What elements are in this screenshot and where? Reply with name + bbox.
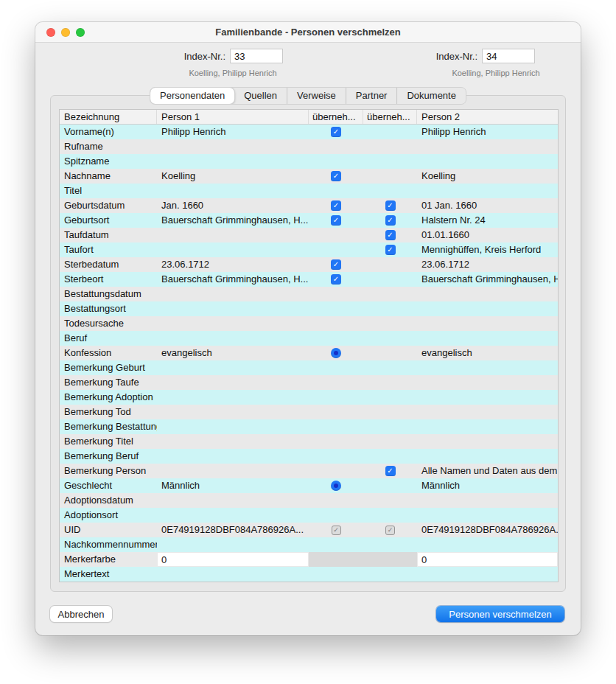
person2-value — [417, 419, 558, 434]
person1-value — [157, 287, 309, 301]
minimize-button[interactable] — [61, 28, 70, 37]
person1-value — [157, 316, 309, 331]
check-icon: ✓ — [333, 172, 339, 180]
row-label: Bemerkung Titel — [60, 434, 157, 449]
close-button[interactable] — [46, 28, 55, 37]
table-row: SterbeortBauerschaft Grimminghausen, H..… — [60, 272, 558, 287]
take-checkbox-checked[interactable]: ✓ — [331, 274, 341, 285]
take1-cell — [309, 154, 363, 169]
person2-value: Männlich — [417, 478, 558, 493]
table-row: Rufname — [60, 139, 558, 154]
zoom-button[interactable] — [76, 28, 85, 37]
person1-value — [157, 405, 309, 419]
take2-cell — [363, 375, 417, 390]
person2-value — [417, 184, 558, 198]
take1-cell — [309, 405, 363, 419]
person2-value — [417, 508, 558, 523]
take-checkbox-checked[interactable]: ✓ — [331, 259, 341, 270]
take-checkbox-checked[interactable]: ✓ — [385, 230, 396, 240]
take2-cell — [363, 537, 417, 552]
take1-cell — [309, 287, 363, 301]
take-checkbox-checked[interactable]: ✓ — [331, 200, 341, 211]
person1-value — [157, 375, 309, 390]
take1-cell: ✓ — [309, 523, 363, 537]
tab-partner[interactable]: Partner — [346, 88, 397, 104]
take1-cell — [309, 360, 363, 375]
take2-cell — [363, 360, 417, 375]
merge-persons-button[interactable]: Personen verschmelzen — [436, 606, 564, 622]
row-label: Titel — [60, 184, 157, 198]
take1-cell: ✓ — [309, 125, 363, 139]
take2-cell: ✓ — [363, 523, 417, 537]
take-checkbox-disabled: ✓ — [332, 526, 341, 535]
table-header: Bezeichnung Person 1 überneh... überneh.… — [60, 110, 558, 125]
table-row: Taufort✓Mennighüffen, Kreis Herford — [60, 242, 558, 257]
table-row: Adoptionsort — [60, 508, 558, 523]
tab-personendaten[interactable]: Personendaten — [150, 88, 234, 104]
person1-value: Philipp Henrich — [157, 125, 309, 139]
take2-cell — [363, 169, 417, 184]
column-header-bezeichnung: Bezeichnung — [60, 110, 157, 124]
person2-field[interactable] — [418, 553, 557, 566]
person1-value: Bauerschaft Grimminghausen, H... — [157, 213, 309, 228]
person1-field[interactable] — [158, 553, 308, 566]
index-input-left[interactable] — [230, 49, 283, 63]
person1-value — [157, 360, 309, 375]
person1-value — [157, 242, 309, 257]
row-label: Taufort — [60, 242, 157, 257]
person2-value: Philipp Henrich — [417, 125, 558, 139]
person1-value — [157, 567, 309, 582]
person2-value — [417, 360, 558, 375]
tab-quellen[interactable]: Quellen — [234, 88, 287, 104]
row-label: Sterbeort — [60, 272, 157, 287]
take-checkbox-checked[interactable]: ✓ — [385, 245, 396, 255]
person2-value — [417, 552, 558, 567]
take-checkbox-checked[interactable]: ✓ — [331, 215, 341, 226]
person1-value: Bauerschaft Grimminghausen, H... — [157, 272, 309, 287]
take2-cell — [363, 405, 417, 419]
person2-value: evangelisch — [417, 346, 558, 360]
row-label: Geburtsdatum — [60, 198, 157, 213]
person2-name: Koelling, Philipp Henrich — [411, 69, 581, 77]
check-icon: ✓ — [333, 261, 339, 268]
person2-value: Halstern Nr. 24 — [417, 213, 558, 228]
person1-value — [157, 228, 309, 242]
person1-value — [157, 301, 309, 316]
table-row: Bemerkung Tod — [60, 405, 558, 419]
table-row: Bemerkung Taufe — [60, 375, 558, 390]
person2-value — [417, 139, 558, 154]
row-label: Geschlecht — [60, 478, 157, 493]
take1-cell — [309, 228, 363, 242]
index-label-right: Index-Nr.: — [426, 51, 477, 62]
person1-value: 0E74919128DBF084A786926A... — [157, 523, 309, 537]
row-label: Vorname(n) — [60, 125, 157, 139]
index-input-right[interactable] — [482, 49, 535, 63]
take1-cell — [309, 346, 363, 360]
take-checkbox-checked[interactable]: ✓ — [331, 171, 341, 181]
take-checkbox-checked[interactable]: ✓ — [385, 200, 396, 211]
take2-cell — [363, 508, 417, 523]
table-row: Spitzname — [60, 154, 558, 169]
take2-cell — [363, 287, 417, 301]
take2-cell — [363, 316, 417, 331]
table-row: GeschlechtMännlichMännlich — [60, 478, 558, 493]
check-icon: ✓ — [333, 217, 339, 224]
take1-cell — [309, 508, 363, 523]
index-group-right: Index-Nr.: — [426, 49, 535, 63]
cancel-button[interactable]: Abbrechen — [50, 606, 112, 622]
check-icon: ✓ — [388, 527, 393, 534]
tab-bar: PersonendatenQuellenVerweisePartnerDokum… — [150, 87, 466, 105]
take-radio-selected[interactable] — [331, 348, 341, 358]
take-radio-selected[interactable] — [331, 481, 341, 491]
person2-value — [417, 567, 558, 582]
take-checkbox-checked[interactable]: ✓ — [331, 127, 341, 137]
check-icon: ✓ — [387, 202, 393, 209]
tab-dokumente[interactable]: Dokumente — [396, 88, 465, 104]
table-row: Bemerkung Bestattung — [60, 419, 558, 434]
table-row: Konfessionevangelischevangelisch — [60, 346, 558, 360]
tab-verweise[interactable]: Verweise — [287, 88, 346, 104]
take-checkbox-checked[interactable]: ✓ — [385, 466, 396, 476]
person1-value — [157, 449, 309, 464]
take-checkbox-checked[interactable]: ✓ — [385, 215, 396, 226]
person2-value: Bauerschaft Grimminghausen, H — [417, 272, 558, 287]
